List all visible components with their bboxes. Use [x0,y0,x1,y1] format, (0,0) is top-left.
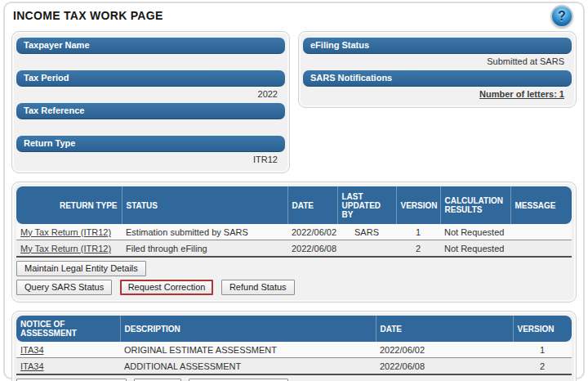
notices-header-date: DATE [376,316,513,342]
notices-row-1-version: 1 [513,342,572,358]
notices-header-notice-of-assessment: NOTICE OF ASSESSMENT [16,316,120,342]
notices-header-row: NOTICE OF ASSESSMENT DESCRIPTION DATE VE… [16,316,572,342]
field-value-taxpayer-name [16,54,285,69]
returns-row-2-version: 2 [396,240,440,258]
returns-row-2-last-updated-by [337,240,396,258]
notices-header-description: DESCRIPTION [120,316,376,342]
returns-row-1-last-updated-by: SARS [337,224,396,240]
notices-row-1-date: 2022/06/02 [376,342,513,358]
request-correction-button[interactable]: Request Correction [120,280,214,295]
notices-row-2: ITA34 ADDITIONAL ASSESSMENT 2022/06/08 2 [16,358,572,375]
returns-header-return-type: RETURN TYPE [16,186,122,224]
returns-row-2: My Tax Return (ITR12) Filed through eFil… [16,240,572,258]
returns-header-message: MESSAGE [510,186,572,224]
title-bar: INCOME TAX WORK PAGE ? [5,3,583,26]
my-tax-return-link-1[interactable]: My Tax Return (ITR12) [20,227,111,237]
returns-buttons-row-2: Query SARS Status Request Correction Ref… [16,279,572,295]
page-title: INCOME TAX WORK PAGE [5,3,583,22]
field-label-tax-reference: Tax Reference [16,103,285,119]
notices-buttons-row: Request Historic Notice Dispute Request … [16,378,572,381]
returns-row-1: My Tax Return (ITR12) Estimation submitt… [16,224,572,240]
field-value-efiling-status: Submitted at SARS [303,54,572,69]
maintain-legal-entity-details-button[interactable]: Maintain Legal Entity Details [16,261,146,276]
returns-row-1-version: 1 [396,224,440,240]
returns-header-date: DATE [287,186,337,224]
ita34-link-2[interactable]: ITA34 [20,361,44,371]
field-label-efiling-status: eFiling Status [303,38,572,54]
returns-row-1-status: Estimation submitted by SARS [122,224,287,240]
income-tax-work-page: INCOME TAX WORK PAGE ? Taxpayer Name Tax… [3,2,585,379]
number-of-letters-link[interactable]: Number of letters: 1 [303,87,572,101]
refund-status-button[interactable]: Refund Status [221,280,295,295]
returns-header-last-updated-by: LAST UPDATED BY [337,186,396,224]
summary-section: Taxpayer Name Tax Period 2022 Tax Refere… [11,31,577,173]
returns-header-version: VERSION [396,186,440,224]
query-sars-status-button[interactable]: Query SARS Status [16,280,112,295]
field-value-tax-period: 2022 [16,87,285,101]
returns-buttons-row-1: Maintain Legal Entity Details [16,260,572,276]
notices-row-1: ITA34 ORIGINAL ESTIMATE ASSESSMENT 2022/… [16,342,572,358]
returns-header-calculation-results: CALCULATION RESULTS [440,186,510,224]
returns-header-row: RETURN TYPE STATUS DATE LAST UPDATED BY … [16,186,572,224]
field-value-tax-reference [16,119,285,134]
returns-panel: RETURN TYPE STATUS DATE LAST UPDATED BY … [11,182,577,303]
efiling-status-panel: eFiling Status Submitted at SARS SARS No… [298,31,577,108]
field-label-taxpayer-name: Taxpayer Name [16,38,285,54]
field-label-tax-period: Tax Period [16,70,285,87]
taxpayer-details-panel: Taxpayer Name Tax Period 2022 Tax Refere… [11,31,290,173]
returns-row-1-date: 2022/06/02 [287,224,337,240]
my-tax-return-link-2[interactable]: My Tax Return (ITR12) [20,244,111,253]
returns-row-2-calculation-results: Not Requested [440,240,510,258]
field-value-return-type: ITR12 [16,152,285,167]
field-label-return-type: Return Type [16,136,285,152]
notices-table: NOTICE OF ASSESSMENT DESCRIPTION DATE VE… [16,316,572,375]
notices-row-1-description: ORIGINAL ESTIMATE ASSESSMENT [120,342,376,358]
returns-row-1-message [510,224,572,240]
notices-row-2-date: 2022/06/08 [376,358,513,375]
notices-header-version: VERSION [513,316,572,342]
returns-row-2-date: 2022/06/08 [287,240,337,258]
returns-row-1-calculation-results: Not Requested [440,224,510,240]
returns-header-status: STATUS [122,186,287,224]
ita34-link-1[interactable]: ITA34 [20,345,44,355]
field-label-sars-notifications: SARS Notifications [303,70,572,87]
notices-row-2-description: ADDITIONAL ASSESSMENT [120,358,376,375]
returns-row-2-message [510,240,572,258]
help-icon[interactable]: ? [550,5,573,28]
notices-row-2-version: 2 [513,358,572,375]
returns-row-2-status: Filed through eFiling [122,240,287,258]
returns-table: RETURN TYPE STATUS DATE LAST UPDATED BY … [16,186,572,258]
notices-panel: NOTICE OF ASSESSMENT DESCRIPTION DATE VE… [11,311,577,381]
